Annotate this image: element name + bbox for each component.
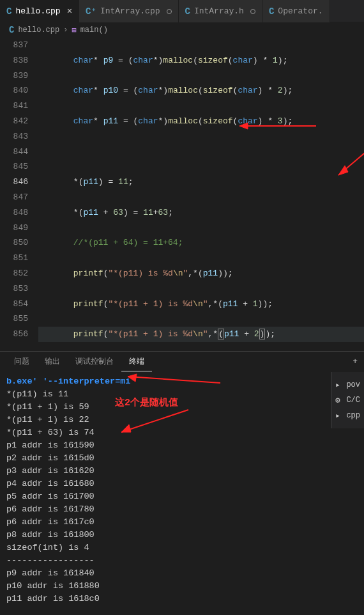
line-number: 847 (0, 190, 28, 205)
unsaved-dot-icon (250, 9, 255, 14)
terminal-item[interactable]: ▸ pov (334, 377, 361, 393)
terminal-item-label: cpp (346, 411, 360, 420)
svg-marker-5 (128, 374, 137, 382)
terminal-line: p6 addr is 161780 (6, 503, 358, 516)
panel-tabs: 问题 输出 调试控制台 终端 + (0, 351, 364, 371)
tab-label: Operator. (278, 6, 322, 16)
code-line[interactable]: *(p11 + 63) = 11+63; (38, 205, 364, 221)
line-number: 856 (0, 327, 28, 342)
terminal-line: sizeof(int) is 4 (6, 541, 358, 554)
terminal-line: p2 addr is 1615d0 (6, 452, 358, 465)
tab-label: IntArray.cpp (100, 6, 160, 16)
line-number: 840 (0, 83, 28, 98)
tab-terminal[interactable]: 终端 (121, 352, 152, 371)
panel-actions: + (353, 357, 358, 366)
terminal[interactable]: b.exe' '--interpreter=mi' *(p11) is 11 *… (0, 371, 364, 614)
tab-output[interactable]: 输出 (37, 352, 68, 371)
annotation-arrow-icon (236, 120, 319, 132)
unsaved-dot-icon (167, 9, 172, 14)
tab-intarray-h[interactable]: C IntArray.h (179, 0, 262, 22)
terminal-line: p10 addr is 161880 (6, 580, 358, 593)
terminal-item[interactable]: ⚙ C/C (334, 393, 361, 408)
line-number: 846 (0, 175, 28, 190)
terminal-icon: ▸ (335, 410, 344, 421)
line-number: 851 (0, 251, 28, 266)
terminal-line: p9 addr is 161840 (6, 567, 358, 580)
code-line[interactable]: char* p10 = (char*)malloc(sizeof(char) *… (38, 83, 364, 98)
code-line[interactable]: //*(p11 + 64) = 11+64; (38, 235, 364, 251)
annotation-arrow-icon (115, 407, 192, 439)
line-number: 853 (0, 281, 28, 297)
code-line[interactable]: char* p9 = (char*)malloc(sizeof(char) * … (38, 53, 364, 68)
tab-label: hello.cpp (15, 6, 60, 16)
terminal-line: ----------------- (6, 554, 358, 567)
breadcrumb-file[interactable]: hello.cpp (18, 26, 59, 35)
tab-intarray-cpp[interactable]: C⁺ IntArray.cpp (79, 0, 178, 22)
svg-line-6 (121, 410, 188, 432)
svg-line-4 (128, 377, 220, 383)
line-number: 839 (0, 68, 28, 84)
line-gutter: 837 838 839 840 841 842 843 844 845 846 … (0, 38, 38, 351)
tab-debug-console[interactable]: 调试控制台 (68, 352, 121, 371)
line-number: 844 (0, 144, 28, 160)
line-number: 843 (0, 129, 28, 144)
terminal-side-list: ▸ pov ⚙ C/C ▸ cpp (331, 372, 364, 428)
close-icon[interactable]: × (67, 6, 72, 17)
terminal-item-label: C/C (346, 396, 360, 405)
tab-problems[interactable]: 问题 (6, 352, 37, 371)
svg-marker-3 (338, 166, 348, 175)
line-number: 837 (0, 38, 28, 53)
line-number: 848 (0, 205, 28, 221)
line-number: 845 (0, 159, 28, 175)
code-line[interactable]: printf("*(p11 + 1) is %d\n",*(p11 + 1)); (38, 297, 364, 312)
code-area[interactable]: char* p9 = (char*)malloc(sizeof(char) * … (38, 38, 364, 351)
svg-marker-1 (239, 123, 248, 129)
svg-marker-7 (121, 424, 131, 432)
breadcrumb-function[interactable]: main() (80, 26, 108, 35)
cpp-file-icon: C⁺ (86, 6, 96, 17)
annotation-arrow-icon (121, 373, 224, 385)
terminal-command: b.exe' '--interpreter=mi' (6, 377, 136, 386)
terminal-line: p6 addr is 1617c0 (6, 516, 358, 529)
breadcrumb[interactable]: C hello.cpp › ⊞ main() (0, 22, 364, 38)
c-file-icon: C (6, 6, 11, 17)
terminal-line: p5 addr is 161700 (6, 490, 358, 503)
line-number: 841 (0, 98, 28, 114)
code-line[interactable]: *(p11) = 11; (38, 175, 364, 190)
terminal-line: p8 addr is 161800 (6, 529, 358, 541)
annotation-arrow-icon (332, 137, 364, 182)
terminal-line: p11 addr is 1618c0 (6, 593, 358, 605)
terminal-line: p4 addr is 161680 (6, 478, 358, 490)
terminal-line: p1 addr is 161590 (6, 439, 358, 452)
line-number: 842 (0, 114, 28, 129)
line-number: 852 (0, 266, 28, 281)
tab-hello-cpp[interactable]: C hello.cpp × (0, 0, 79, 22)
terminal-line: *(p11) is 11 (6, 388, 358, 401)
line-number: 855 (0, 311, 28, 327)
tab-label: IntArray.h (194, 6, 244, 16)
code-line[interactable]: printf("*(p11) is %d\n",*(p11)); (38, 266, 364, 281)
line-number: 838 (0, 53, 28, 68)
tab-operator[interactable]: C Operator. (262, 0, 330, 22)
c-file-icon: C (269, 6, 274, 17)
terminal-line: p3 addr is 161620 (6, 465, 358, 478)
code-line[interactable]: printf("*(p11 + 1) is %d\n",*(p11 + 2)); (38, 327, 364, 342)
c-file-icon: C (185, 6, 190, 17)
line-number: 849 (0, 221, 28, 236)
new-terminal-button[interactable]: + (353, 357, 358, 366)
terminal-item-label: pov (346, 380, 360, 389)
editor-tabs: C hello.cpp × C⁺ IntArray.cpp C IntArray… (0, 0, 364, 22)
function-icon: ⊞ (72, 26, 76, 35)
terminal-item[interactable]: ▸ cpp (334, 408, 361, 423)
line-number: 850 (0, 235, 28, 251)
gear-icon: ⚙ (335, 395, 344, 405)
code-line[interactable] (38, 144, 364, 160)
terminal-icon: ▸ (335, 380, 344, 390)
line-number: 854 (0, 297, 28, 312)
chevron-right-icon: › (63, 26, 68, 35)
code-editor[interactable]: 837 838 839 840 841 842 843 844 845 846 … (0, 38, 364, 351)
c-file-icon: C (9, 25, 14, 35)
